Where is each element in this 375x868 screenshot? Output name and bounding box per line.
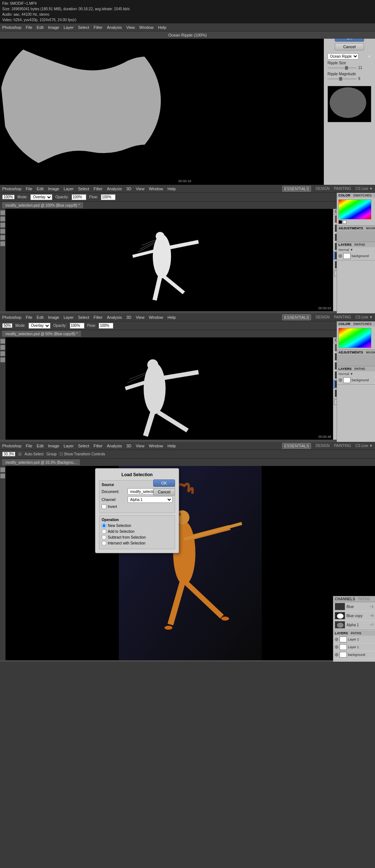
masks-tab-2[interactable]: MASKS	[366, 226, 375, 230]
menu-window[interactable]: Window	[139, 25, 154, 30]
mini-layer-eye-1[interactable]	[335, 645, 338, 649]
menu-3d-4[interactable]: 3D	[126, 444, 131, 448]
mode-dropdown-3[interactable]: Overlay	[29, 323, 50, 329]
menu-help[interactable]: Help	[158, 25, 166, 30]
group-label[interactable]: Group	[46, 452, 57, 456]
radio-new-selection-input[interactable]	[102, 523, 106, 528]
radio-subtract-input[interactable]	[102, 535, 106, 540]
menu-window-2[interactable]: Window	[149, 187, 163, 191]
adjustments-tab-2[interactable]: ADJUSTMENTS	[338, 226, 363, 230]
menu-photoshop-3[interactable]: Photoshop	[2, 315, 22, 320]
dialog-cancel-button[interactable]: Cancel	[153, 488, 175, 496]
bg-color-2[interactable]	[343, 220, 346, 224]
menu-analysis-4[interactable]: Analysis	[107, 444, 122, 448]
layers-tab-2[interactable]: LAYERS	[338, 243, 352, 246]
radio-intersect-input[interactable]	[102, 541, 106, 546]
swatches-tab-3[interactable]: SWATCHES	[353, 322, 372, 326]
menu-view-4[interactable]: View	[136, 444, 144, 448]
tool-4-1[interactable]	[0, 467, 5, 472]
menu-layer-2[interactable]: Layer	[64, 187, 74, 191]
radio-add-input[interactable]	[102, 529, 106, 534]
menu-analysis-3[interactable]: Analysis	[107, 315, 122, 320]
auto-select-text[interactable]: Auto-Select	[24, 452, 43, 456]
menu-select[interactable]: Select	[78, 25, 89, 30]
mini-paths-tab[interactable]: PATHS	[358, 597, 370, 601]
menu-photoshop-4[interactable]: Photoshop	[2, 444, 22, 448]
tool-3-4[interactable]	[0, 357, 5, 362]
menu-file-4[interactable]: File	[26, 444, 33, 448]
essentials-button-3[interactable]: ESSENTIALS	[282, 314, 311, 320]
menu-analysis-2[interactable]: Analysis	[107, 187, 122, 191]
menu-select-4[interactable]: Select	[78, 444, 89, 448]
paths-tab-3b[interactable]: PATHS	[355, 367, 365, 371]
layer-eye-bg-2[interactable]	[338, 254, 342, 258]
menu-view-2[interactable]: View	[136, 187, 144, 191]
menu-image-3[interactable]: Image	[48, 315, 59, 320]
tool-3-2[interactable]	[0, 345, 5, 350]
paths-tab-2b[interactable]: PATHS	[355, 243, 365, 246]
menu-layer-4[interactable]: Layer	[64, 444, 74, 448]
ripple-size-track[interactable]	[327, 67, 357, 69]
menu-help-4[interactable]: Help	[167, 444, 176, 448]
swatches-tab-2[interactable]: SWATCHES	[353, 194, 372, 197]
adjustments-tab-3[interactable]: ADJUSTMENTS	[338, 351, 363, 354]
tool-6[interactable]	[0, 241, 5, 246]
tool-4[interactable]	[0, 229, 5, 234]
menu-analysis[interactable]: Analysis	[107, 25, 122, 30]
menu-bar-2[interactable]: Photoshop File Edit Image Layer Select F…	[0, 185, 375, 193]
menu-photoshop-2[interactable]: Photoshop	[2, 187, 22, 191]
mini-layers-tab[interactable]: LAYERS	[335, 631, 348, 635]
fg-color-2[interactable]	[338, 220, 342, 224]
menu-filter-2[interactable]: Filter	[94, 187, 102, 191]
menu-edit-4[interactable]: Edit	[37, 444, 43, 448]
menu-view[interactable]: View	[126, 25, 135, 30]
essentials-button-2[interactable]: ESSENTIALS	[282, 186, 311, 192]
menu-image-2[interactable]: Image	[48, 187, 59, 191]
mini-channel-alpha-4[interactable]: Alpha 1 ~7	[333, 620, 375, 630]
menu-photoshop[interactable]: Photoshop	[2, 25, 22, 30]
ripple-magnitude-track[interactable]	[327, 78, 357, 80]
doc-tab-2[interactable]: modify_selection.psd @ 100% (Blue copy/8…	[2, 202, 83, 208]
menu-edit[interactable]: Edit	[37, 25, 43, 30]
menu-edit-2[interactable]: Edit	[37, 187, 43, 191]
menu-filter-3[interactable]: Filter	[94, 315, 102, 320]
menu-select-3[interactable]: Select	[78, 315, 89, 320]
mini-paths-tab-b[interactable]: PATHS	[351, 631, 361, 635]
color-tab-2[interactable]: COLOR	[338, 194, 351, 197]
design-btn-3[interactable]: DESIGN	[315, 315, 329, 319]
zoom-label-2[interactable]: 100%	[2, 195, 15, 199]
menu-layer-3[interactable]: Layer	[64, 315, 74, 320]
flow-input-2[interactable]	[101, 194, 115, 200]
mini-channel-blue-4[interactable]: Blue ~1	[333, 602, 375, 611]
menu-view-3[interactable]: View	[136, 315, 144, 320]
color-tab-3[interactable]: COLOR	[338, 322, 351, 326]
mini-channel-bluecopy-4[interactable]: Blue copy ~6	[333, 611, 375, 620]
menu-edit-3[interactable]: Edit	[37, 315, 43, 320]
menu-3d-2[interactable]: 3D	[126, 187, 131, 191]
color-gradient-3[interactable]	[338, 328, 371, 348]
ripple-magnitude-thumb[interactable]	[339, 77, 342, 81]
cs-live-btn-2[interactable]: CS Live ▼	[355, 187, 373, 191]
painting-btn-2[interactable]: PAINTING	[334, 187, 351, 191]
doc-tab-3[interactable]: modify_selection.psd @ 50% (Blue copy/8)…	[2, 331, 81, 337]
menu-select-2[interactable]: Select	[78, 187, 89, 191]
zoom-label-4[interactable]: 33.3%	[2, 452, 15, 456]
menu-bar-4[interactable]: Photoshop File Edit Image Layer Select F…	[0, 442, 375, 450]
tool-3-3[interactable]	[0, 351, 5, 356]
design-btn-4[interactable]: DESIGN	[315, 444, 329, 448]
tool-3-1[interactable]	[0, 339, 5, 344]
menu-filter-4[interactable]: Filter	[94, 444, 102, 448]
dialog-ok-button[interactable]: OK	[153, 479, 175, 487]
layer-background-2[interactable]: background	[337, 252, 375, 260]
color-gradient-2[interactable]	[338, 199, 371, 219]
tool-4-2[interactable]	[0, 474, 5, 478]
cs-live-btn-4[interactable]: CS Live ▼	[355, 444, 373, 448]
menu-help-3[interactable]: Help	[167, 315, 176, 320]
menu-image-4[interactable]: Image	[48, 444, 59, 448]
design-btn-2[interactable]: DESIGN	[315, 187, 329, 191]
cancel-button[interactable]: Cancel	[335, 43, 364, 50]
menu-bar-1[interactable]: Photoshop File Edit Image Layer Select F…	[0, 23, 375, 31]
flow-input-3[interactable]	[99, 323, 113, 329]
masks-tab-3[interactable]: MASKS	[366, 351, 375, 354]
mini-channels-tab[interactable]: CHANNELS	[335, 597, 355, 601]
